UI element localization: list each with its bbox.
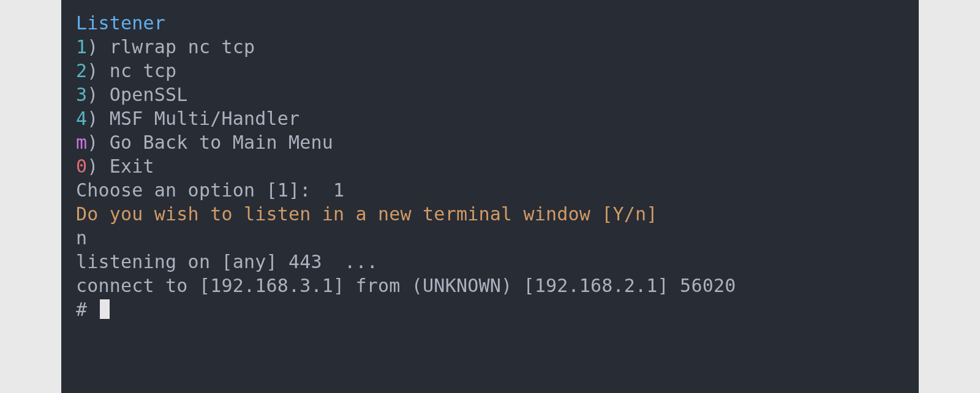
connect-line: connect to [192.168.3.1] from (UNKNOWN) … <box>76 275 736 296</box>
terminal-window[interactable]: Listener 1) rlwrap nc tcp 2) nc tcp 3) O… <box>61 0 919 393</box>
menu-label-2: nc tcp <box>110 60 177 81</box>
menu-paren: ) <box>87 60 98 81</box>
menu-label-m: Go Back to Main Menu <box>110 132 333 153</box>
menu-label-4: MSF Multi/Handler <box>110 108 300 129</box>
question-line: Do you wish to listen in a new terminal … <box>76 203 658 225</box>
choose-prompt: Choose an option [1]: <box>76 179 333 201</box>
menu-key-0: 0 <box>76 155 87 177</box>
menu-key-4: 4 <box>76 108 87 129</box>
cursor-icon <box>100 299 110 319</box>
choose-input[interactable]: 1 <box>333 179 344 201</box>
menu-key-2: 2 <box>76 60 87 81</box>
menu-paren: ) <box>87 155 98 177</box>
menu-key-m: m <box>76 132 87 153</box>
menu-title: Listener <box>76 12 165 34</box>
menu-key-3: 3 <box>76 84 87 105</box>
menu-label-1: rlwrap nc tcp <box>110 36 255 58</box>
menu-paren: ) <box>87 84 98 105</box>
listening-line: listening on [any] 443 ... <box>76 251 378 272</box>
menu-paren: ) <box>87 36 98 58</box>
menu-paren: ) <box>87 108 98 129</box>
menu-label-0: Exit <box>110 155 154 177</box>
page: Listener 1) rlwrap nc tcp 2) nc tcp 3) O… <box>0 0 980 393</box>
menu-paren: ) <box>87 132 98 153</box>
shell-prompt[interactable]: # <box>76 299 99 320</box>
menu-label-3: OpenSSL <box>110 84 188 105</box>
menu-key-1: 1 <box>76 36 87 58</box>
question-answer[interactable]: n <box>76 227 87 249</box>
